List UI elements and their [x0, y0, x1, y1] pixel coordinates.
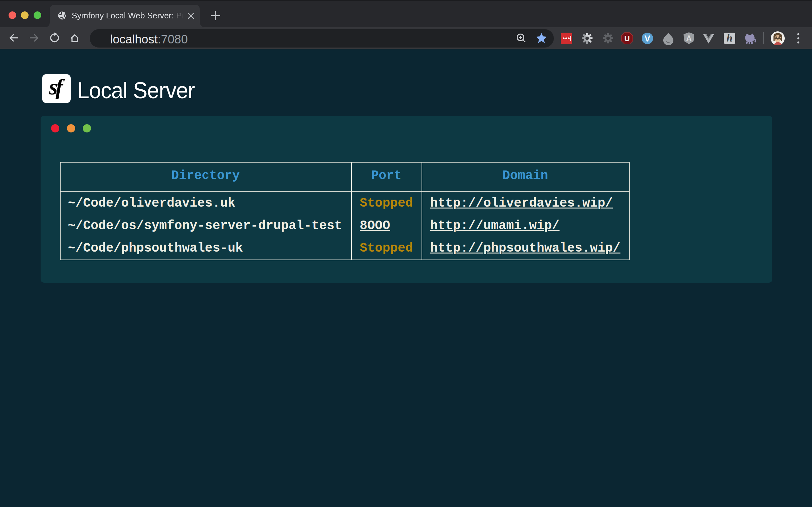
svg-text:A: A: [686, 34, 692, 43]
svg-text:U: U: [624, 34, 629, 43]
svg-text:V: V: [645, 34, 650, 43]
svg-text:h: h: [727, 32, 733, 44]
